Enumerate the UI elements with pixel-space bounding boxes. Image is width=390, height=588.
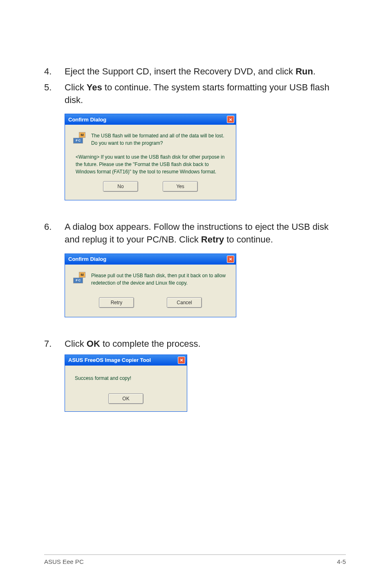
dialog1-body: M F C The USB flash will be formated and… — [65, 125, 236, 153]
dialog3-msg: Success format and copy! — [75, 375, 131, 381]
step-4-c: . — [313, 66, 316, 76]
step-4-bold: Run — [296, 66, 313, 76]
dialog2-titlebar[interactable]: Confirm Dialog × — [65, 254, 236, 265]
confirm-dialog-2: Confirm Dialog × M F C Please pull out t… — [65, 254, 236, 317]
step-7-bold: OK — [87, 339, 100, 349]
step-7-c: to complete the process. — [100, 339, 201, 349]
dialog2-buttons: Retry Cancel — [65, 293, 236, 317]
dialog2-body: M F C Please pull out the USB flash disk… — [65, 265, 236, 293]
step-6-c: to continue. — [224, 234, 273, 245]
confirm-dialog-1: Confirm Dialog × M F C The USB flash wil… — [65, 114, 236, 200]
step-7: 7. Click OK to complete the process. — [44, 338, 346, 350]
footer-right: 4-5 — [337, 558, 346, 565]
step-7-text: Click OK to complete the process. — [65, 338, 201, 350]
dialog1-buttons: No Yes — [65, 177, 236, 200]
step-7-a: Click — [65, 339, 87, 349]
step-6-a: A dialog box appears. Follow the instruc… — [65, 222, 329, 245]
step-4-a: Eject the Support CD, insert the Recover… — [65, 66, 296, 76]
icon-m: M — [79, 132, 85, 138]
asus-copier-dialog: ASUS FreeOS Image Copier Tool × Success … — [65, 355, 187, 412]
icon-fc: F C — [73, 278, 83, 283]
dialog3-buttons: OK — [65, 389, 187, 411]
icon-fc: F C — [73, 138, 83, 144]
close-icon[interactable]: × — [178, 357, 185, 364]
step-4-text: Eject the Support CD, insert the Recover… — [65, 65, 316, 78]
app-icon: M F C — [73, 272, 85, 283]
dialog3-title: ASUS FreeOS Image Copier Tool — [68, 357, 178, 363]
cancel-button[interactable]: Cancel — [167, 297, 202, 308]
step-7-num: 7. — [44, 338, 65, 350]
no-button[interactable]: No — [103, 181, 138, 192]
retry-button[interactable]: Retry — [99, 297, 134, 308]
page-footer: ASUS Eee PC 4-5 — [44, 554, 346, 565]
dialog3-body: Success format and copy! — [65, 366, 187, 389]
step-5-a: Click — [65, 82, 87, 92]
step-4: 4. Eject the Support CD, insert the Reco… — [44, 65, 346, 78]
step-6-text: A dialog box appears. Follow the instruc… — [65, 221, 346, 246]
dialog1-titlebar[interactable]: Confirm Dialog × — [65, 114, 236, 125]
step-6-bold: Retry — [201, 234, 224, 245]
ok-button[interactable]: OK — [108, 393, 143, 404]
dialog2-msg: Please pull out the USB flash disk, then… — [91, 272, 228, 287]
dialog1-warning: <Warning> If you want to use the USB fla… — [65, 153, 236, 177]
app-icon: M F C — [73, 132, 85, 144]
dialog1-title: Confirm Dialog — [68, 117, 227, 123]
step-5-text: Click Yes to continue. The system starts… — [65, 81, 346, 107]
icon-m: M — [79, 272, 85, 278]
step-5: 5. Click Yes to continue. The system sta… — [44, 81, 346, 107]
yes-button[interactable]: Yes — [163, 181, 198, 192]
step-5-c: to continue. The system starts formattin… — [65, 82, 329, 105]
close-icon[interactable]: × — [227, 256, 234, 263]
step-5-num: 5. — [44, 81, 65, 107]
footer-left: ASUS Eee PC — [44, 558, 84, 565]
dialog2-title: Confirm Dialog — [68, 256, 227, 262]
dialog1-msg: The USB flash will be formated and all o… — [91, 132, 228, 147]
step-5-bold: Yes — [87, 82, 102, 92]
close-icon[interactable]: × — [227, 116, 234, 123]
dialog3-titlebar[interactable]: ASUS FreeOS Image Copier Tool × — [65, 355, 187, 366]
step-6-num: 6. — [44, 221, 65, 246]
step-4-num: 4. — [44, 65, 65, 78]
step-6: 6. A dialog box appears. Follow the inst… — [44, 221, 346, 246]
